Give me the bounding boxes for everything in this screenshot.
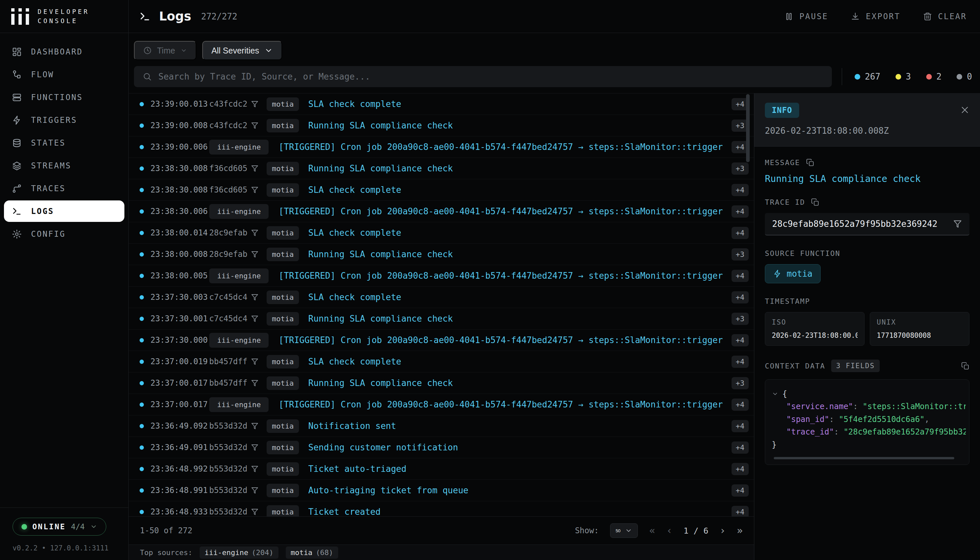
log-message: [TRIGGERED] Cron job 200a90c8-ae00-4041-…: [279, 400, 724, 410]
sidebar-item-states[interactable]: STATES: [4, 132, 125, 153]
prev-page-button[interactable]: ‹: [666, 526, 673, 535]
log-row[interactable]: 23:38:00.005iii-engine[TRIGGERED] Cron j…: [129, 265, 754, 287]
log-row[interactable]: 23:39:00.008c43fcdc2motiaRunning SLA com…: [129, 115, 754, 137]
filter-icon[interactable]: [251, 122, 259, 130]
sidebar-item-dashboard[interactable]: DASHBOARD: [4, 41, 125, 62]
log-time: 23:38:30.008: [151, 185, 209, 195]
filter-icon[interactable]: [251, 315, 259, 323]
filter-icon[interactable]: [251, 229, 259, 237]
filter-icon[interactable]: [251, 293, 259, 301]
more-fields-badge: +4: [731, 442, 749, 454]
sidebar-item-traces[interactable]: TRACES: [4, 178, 125, 199]
copy-message-button[interactable]: [806, 158, 814, 167]
filter-icon[interactable]: [251, 422, 259, 430]
filter-by-trace-button[interactable]: [251, 122, 267, 130]
logo-bar: [11, 8, 15, 25]
log-row[interactable]: 23:37:30.003c7c45dc4motiaSLA check compl…: [129, 287, 754, 308]
filter-by-trace-button[interactable]: [251, 422, 267, 430]
filter-icon[interactable]: [251, 100, 259, 108]
filter-by-trace-button[interactable]: [251, 379, 267, 387]
source-badge: motia: [267, 484, 299, 497]
page-size-select[interactable]: 50: [610, 523, 638, 538]
log-row[interactable]: 23:37:00.017bb457dffmotiaRunning SLA com…: [129, 372, 754, 394]
filter-icon[interactable]: [251, 358, 259, 365]
log-row[interactable]: 23:38:30.006iii-engine[TRIGGERED] Cron j…: [129, 201, 754, 222]
log-row[interactable]: 23:37:00.017iii-engine[TRIGGERED] Cron j…: [129, 394, 754, 415]
filter-by-trace-button[interactable]: [251, 358, 267, 365]
close-panel-button[interactable]: [960, 105, 970, 115]
log-row[interactable]: 23:39:00.006iii-engine[TRIGGERED] Cron j…: [129, 137, 754, 158]
filter-icon[interactable]: [251, 443, 259, 452]
filter-icon[interactable]: [251, 250, 259, 258]
connection-status-pill[interactable]: ONLINE 4/4: [13, 518, 106, 535]
log-row[interactable]: 23:36:49.091b553d32dmotiaSending custome…: [129, 437, 754, 458]
sidebar-item-functions[interactable]: FUNCTIONS: [4, 87, 125, 108]
log-row[interactable]: 23:37:00.019bb457dffmotiaSLA check compl…: [129, 351, 754, 372]
log-row[interactable]: 23:38:30.008f36cd605motiaSLA check compl…: [129, 179, 754, 201]
log-trace-id: b553d32d: [209, 421, 251, 430]
filter-icon[interactable]: [251, 487, 259, 494]
log-row[interactable]: 23:36:48.992b553d32dmotiaTicket auto-tri…: [129, 458, 754, 480]
filter-by-trace-button[interactable]: [251, 100, 267, 108]
filter-icon[interactable]: [251, 186, 259, 194]
filter-by-trace-button[interactable]: [251, 508, 267, 516]
copy-context-button[interactable]: [961, 362, 970, 370]
pause-button[interactable]: PAUSE: [784, 12, 828, 21]
log-row[interactable]: 23:38:30.008f36cd605motiaRunning SLA com…: [129, 158, 754, 179]
json-value: "steps::SlaMonitor::trigger::0": [862, 402, 966, 411]
filter-by-trace-button[interactable]: [251, 165, 267, 172]
filter-by-trace-button[interactable]: [251, 229, 267, 237]
copy-trace-button[interactable]: [811, 198, 819, 207]
filter-icon[interactable]: [251, 508, 259, 516]
log-row[interactable]: 23:38:00.01428c9efabmotiaSLA check compl…: [129, 222, 754, 244]
filter-by-trace-button[interactable]: [953, 219, 962, 228]
source-badge: motia: [267, 162, 299, 175]
online-status-dot-icon: [22, 524, 27, 530]
log-row[interactable]: 23:37:30.001c7c45dc4motiaRunning SLA com…: [129, 308, 754, 330]
log-message: Running SLA compliance check: [308, 314, 724, 323]
json-horizontal-scrollbar[interactable]: [774, 457, 954, 459]
filter-icon[interactable]: [251, 465, 259, 473]
sidebar-item-config[interactable]: CONFIG: [4, 223, 125, 245]
filter-by-trace-button[interactable]: [251, 250, 267, 258]
sidebar-item-flow[interactable]: FLOW: [4, 64, 125, 85]
filter-by-trace-button[interactable]: [251, 186, 267, 194]
severity-dot-icon: [140, 123, 144, 128]
filter-by-trace-button[interactable]: [251, 487, 267, 494]
filter-by-trace-button[interactable]: [251, 315, 267, 323]
log-row[interactable]: 23:36:48.991b553d32dmotiaAuto-triaging t…: [129, 480, 754, 501]
sidebar-item-streams[interactable]: STREAMS: [4, 155, 125, 176]
log-trace-id: b553d32d: [209, 507, 251, 517]
show-label: Show:: [575, 526, 598, 535]
debug-count-value: 0: [967, 72, 972, 82]
filter-icon[interactable]: [251, 379, 259, 387]
severity-dot-icon: [140, 445, 144, 450]
log-row[interactable]: 23:36:48.933b553d32dmotiaTicket created+…: [129, 501, 754, 517]
log-row[interactable]: 23:36:49.092b553d32dmotiaNotification se…: [129, 415, 754, 437]
log-row[interactable]: 23:39:00.013c43fcdc2motiaSLA check compl…: [129, 93, 754, 115]
next-page-button[interactable]: ›: [720, 526, 726, 535]
trace-id-label: TRACE ID: [765, 198, 805, 207]
first-page-button[interactable]: «: [649, 526, 655, 535]
source-chip-iii-engine[interactable]: iii-engine (204): [199, 547, 279, 559]
last-page-button[interactable]: »: [737, 526, 743, 535]
severity-filter-dropdown[interactable]: All Severities: [202, 41, 282, 60]
search-input[interactable]: [158, 72, 823, 82]
log-row[interactable]: 23:37:30.000iii-engine[TRIGGERED] Cron j…: [129, 330, 754, 351]
log-row[interactable]: 23:38:00.00828c9efabmotiaRunning SLA com…: [129, 244, 754, 265]
filter-by-trace-button[interactable]: [251, 293, 267, 301]
filter-by-trace-button[interactable]: [251, 465, 267, 473]
filter-by-trace-button[interactable]: [251, 443, 267, 452]
log-list-scrollbar[interactable]: [746, 94, 750, 162]
time-filter-dropdown[interactable]: Time: [134, 41, 196, 60]
sidebar-item-logs[interactable]: LOGS: [4, 200, 125, 222]
export-button[interactable]: EXPORT: [850, 12, 900, 21]
clear-button[interactable]: CLEAR: [923, 12, 967, 21]
source-chip-motia[interactable]: motia (68): [286, 547, 338, 559]
log-trace-id: b553d32d: [209, 464, 251, 473]
filter-icon[interactable]: [251, 165, 259, 172]
timestamp-label: TIMESTAMP: [765, 297, 810, 305]
json-root-line[interactable]: {: [772, 388, 966, 400]
source-function-badge[interactable]: motia: [765, 264, 821, 283]
sidebar-item-triggers[interactable]: TRIGGERS: [4, 109, 125, 131]
